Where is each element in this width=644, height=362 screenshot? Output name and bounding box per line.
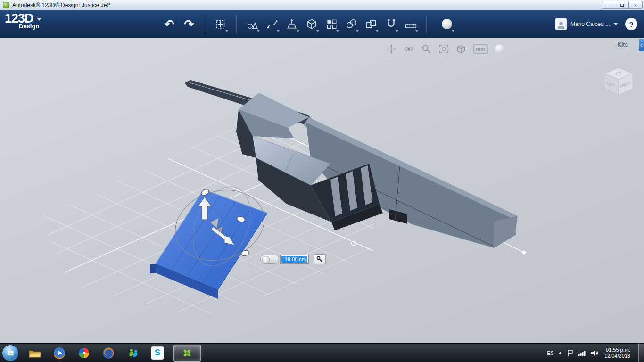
grouping-icon — [345, 18, 357, 30]
combine-icon — [365, 18, 377, 30]
grouping-tool-button[interactable] — [343, 15, 359, 33]
pan-icon[interactable] — [386, 43, 397, 55]
viewport-canvas[interactable] — [0, 38, 644, 343]
window-controls: – × — [602, 1, 643, 9]
clock-date: 12/04/2013 — [604, 353, 630, 359]
material-tool-button[interactable] — [439, 15, 455, 33]
sketch-tool-button[interactable] — [264, 15, 280, 33]
app-123d-icon — [182, 347, 193, 359]
dimension-options-button[interactable] — [314, 254, 326, 264]
restore-button[interactable] — [615, 1, 629, 9]
kits-panel-collapse-tab[interactable]: ‹ — [639, 39, 644, 51]
windows-flag-icon — [6, 349, 15, 357]
kits-panel-label[interactable]: Kits — [617, 41, 628, 48]
windows-taskbar: S ES — [0, 343, 644, 362]
clock-time: 01:55 p.m. — [604, 347, 630, 353]
dimension-value: -19.00 cm — [281, 256, 307, 263]
view-cube[interactable]: TOP LEFT FRONT — [599, 64, 638, 104]
user-name: Mario Caiced ... — [570, 21, 610, 27]
main-toolbar: ↶ ↷ — [159, 10, 457, 38]
redo-button[interactable]: ↷ — [181, 15, 197, 33]
system-tray: ES 01:55 p.m. 12/04/2013 — [547, 344, 644, 362]
messenger-icon[interactable] — [124, 344, 141, 362]
close-button[interactable]: × — [629, 1, 643, 9]
network-icon[interactable] — [578, 349, 586, 356]
skype-letter: S — [155, 348, 160, 358]
toolbar-divider — [205, 16, 205, 33]
dropdown-caret-icon — [316, 30, 319, 32]
start-button[interactable] — [2, 345, 19, 362]
viewport: mm Kits ‹ TOP LEFT FRONT -19.00 cm — [0, 38, 644, 343]
transform-icon — [215, 18, 227, 30]
toolbar-divider — [426, 16, 427, 33]
skype-icon[interactable]: S — [149, 344, 166, 362]
chevron-down-icon — [37, 18, 41, 21]
restore-icon — [620, 4, 624, 7]
volume-icon[interactable] — [590, 349, 598, 357]
transform-tool-button[interactable] — [213, 15, 229, 33]
dropdown-caret-icon — [257, 30, 260, 32]
snap-tool-button[interactable] — [383, 15, 399, 33]
dropdown-caret-icon — [396, 30, 398, 32]
taskbar-clock[interactable]: 01:55 p.m. 12/04/2013 — [604, 347, 630, 359]
language-indicator[interactable]: ES — [547, 350, 554, 356]
wrench-icon — [316, 256, 323, 263]
pattern-tool-button[interactable] — [323, 15, 339, 33]
view-navigation-toolbar: mm — [386, 43, 505, 55]
show-hidden-icons-chevron[interactable] — [558, 352, 562, 354]
modify-tool-button[interactable] — [304, 15, 320, 33]
app-menu-logo[interactable]: 123D Design — [5, 12, 41, 30]
taskbar-icons: S — [26, 344, 201, 362]
primitives-tool-button[interactable] — [244, 15, 260, 33]
dimension-input-widget: -19.00 cm — [260, 254, 326, 264]
material-sphere-icon — [442, 19, 452, 29]
action-center-flag-icon[interactable] — [566, 349, 574, 357]
explorer-icon[interactable] — [26, 344, 43, 362]
app-header: 123D Design ↶ ↷ — [0, 10, 644, 38]
zoom-fit-icon[interactable] — [438, 43, 449, 55]
minimize-button[interactable]: – — [602, 1, 615, 9]
combine-tool-button[interactable] — [363, 15, 379, 33]
user-account-menu[interactable]: Mario Caiced ... — [555, 10, 618, 38]
dropdown-caret-icon — [277, 30, 280, 32]
person-icon — [556, 20, 566, 30]
undo-button[interactable]: ↶ — [161, 15, 177, 33]
redo-icon: ↷ — [184, 18, 194, 30]
orbit-icon[interactable] — [403, 43, 414, 55]
color-wheel-app-icon[interactable] — [75, 344, 92, 362]
sketch-icon — [266, 18, 278, 30]
dropdown-caret-icon — [225, 30, 228, 32]
endpoint-marker[interactable] — [522, 250, 527, 255]
visibility-icon[interactable] — [494, 43, 505, 55]
dropdown-caret-icon — [376, 30, 379, 32]
help-button[interactable]: ? — [625, 18, 637, 30]
dropdown-caret-icon — [356, 30, 359, 32]
firefox-icon[interactable] — [100, 344, 117, 362]
dropdown-caret-icon — [297, 30, 299, 32]
construct-tool-button[interactable] — [284, 15, 300, 33]
display-mode-icon[interactable] — [455, 43, 467, 55]
chevron-down-icon — [614, 23, 618, 25]
pattern-icon — [325, 18, 338, 30]
show-desktop-button[interactable] — [638, 344, 644, 362]
dimension-input[interactable]: -19.00 cm — [280, 255, 309, 264]
logo-subtitle: Design — [19, 23, 41, 30]
primitives-icon — [246, 18, 258, 30]
dropdown-caret-icon — [415, 30, 418, 32]
dimension-drag-handle[interactable] — [260, 255, 279, 264]
measure-tool-button[interactable] — [403, 15, 419, 33]
dropdown-caret-icon — [452, 30, 454, 32]
media-player-icon[interactable] — [51, 344, 68, 362]
undo-icon: ↶ — [165, 18, 174, 30]
app-window-icon — [3, 2, 9, 8]
construct-icon — [286, 18, 298, 30]
zoom-icon[interactable] — [421, 43, 432, 55]
chevron-left-icon: ‹ — [640, 41, 642, 49]
window-title: Autodesk® 123D® Design: Justice Jet* — [12, 2, 110, 8]
toolbar-divider — [236, 16, 237, 33]
app-123d-active-button[interactable] — [173, 345, 201, 362]
units-button[interactable]: mm — [473, 44, 488, 54]
ruler-icon — [405, 18, 417, 30]
dropdown-caret-icon — [336, 30, 339, 32]
modify-cube-icon — [305, 18, 318, 30]
